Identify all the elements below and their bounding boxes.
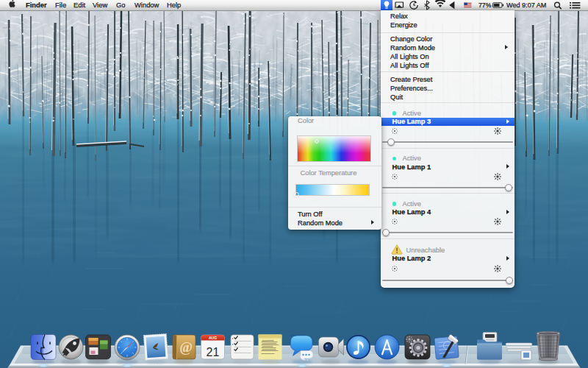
svg-text:21: 21 — [207, 346, 220, 358]
svg-text:AUG: AUG — [209, 336, 217, 340]
svg-text:@: @ — [179, 339, 193, 355]
